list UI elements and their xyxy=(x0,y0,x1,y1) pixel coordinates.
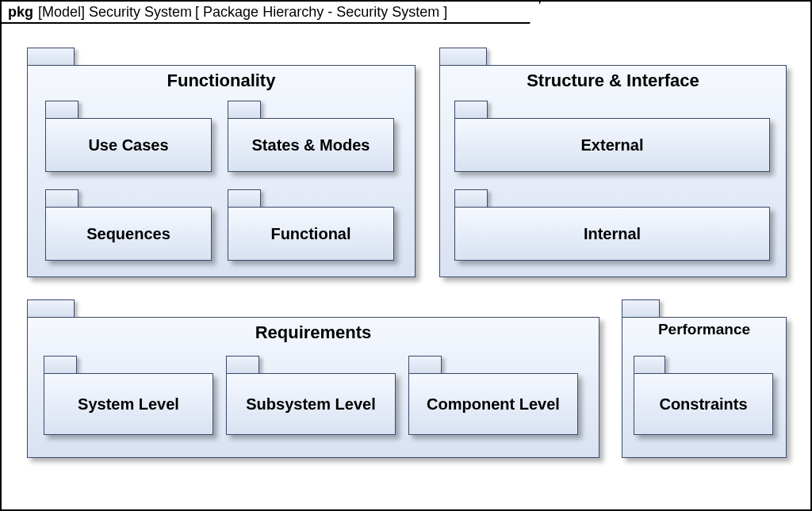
package-body: Requirements System Level Subsystem Leve… xyxy=(27,317,599,458)
package-body: Use Cases xyxy=(45,118,212,172)
package-title: Internal xyxy=(455,225,769,243)
package-sequences: Sequences xyxy=(45,189,212,261)
folder-tab-icon xyxy=(45,189,79,207)
package-internal: Internal xyxy=(454,189,770,261)
package-title: Subsystem Level xyxy=(227,395,395,414)
package-system-level: System Level xyxy=(44,356,213,435)
package-title: Use Cases xyxy=(46,136,211,154)
package-body: Sequences xyxy=(45,207,212,261)
package-body: External xyxy=(454,118,770,172)
folder-tab-icon xyxy=(634,356,665,373)
package-functionality: Functionality Use Cases States & Modes xyxy=(27,48,416,277)
folder-tab-icon xyxy=(454,101,488,118)
package-external: External xyxy=(454,101,770,172)
diagram-frame: pkg [Model] Security System [ Package Hi… xyxy=(0,0,812,511)
package-body: Subsystem Level xyxy=(226,373,396,435)
frame-name: [ Package Hierarchy - Security System ] xyxy=(195,4,447,21)
package-body: Internal xyxy=(454,207,770,261)
frame-context: [Model] Security System xyxy=(38,4,192,21)
folder-tab-icon xyxy=(27,48,75,65)
folder-tab-icon xyxy=(228,189,261,207)
package-body: Functional xyxy=(228,207,394,261)
folder-tab-icon xyxy=(454,189,488,207)
diagram-canvas: Functionality Use Cases States & Modes xyxy=(2,24,810,509)
package-title: Functional xyxy=(228,225,393,243)
package-requirements: Requirements System Level Subsystem Leve… xyxy=(27,299,599,458)
package-body: Component Level xyxy=(408,373,578,435)
frame-keyword: pkg xyxy=(8,4,33,21)
package-body: Performance Constraints xyxy=(622,317,787,458)
package-use-cases: Use Cases xyxy=(45,101,212,172)
folder-tab-icon xyxy=(45,101,79,118)
package-title: Performance xyxy=(622,321,786,338)
package-component-level: Component Level xyxy=(408,356,578,435)
package-performance: Performance Constraints xyxy=(622,299,787,458)
folder-tab-icon xyxy=(27,299,75,317)
package-body: Functionality Use Cases States & Modes xyxy=(27,65,416,277)
package-title: System Level xyxy=(44,395,213,414)
package-title: Requirements xyxy=(28,322,599,343)
package-states-modes: States & Modes xyxy=(228,101,394,172)
package-title: States & Modes xyxy=(228,136,393,154)
folder-tab-icon xyxy=(439,48,487,65)
folder-tab-icon xyxy=(622,299,660,317)
package-title: Sequences xyxy=(46,225,211,243)
folder-tab-icon xyxy=(408,356,442,373)
folder-tab-icon xyxy=(226,356,259,373)
package-title: Functionality xyxy=(28,71,415,91)
package-title: Component Level xyxy=(409,395,577,414)
package-body: Constraints xyxy=(634,373,773,435)
package-structure-interface: Structure & Interface External Internal xyxy=(439,48,787,277)
frame-header: pkg [Model] Security System [ Package Hi… xyxy=(2,2,541,24)
folder-tab-icon xyxy=(44,356,77,373)
package-body: States & Modes xyxy=(228,118,394,172)
package-body: System Level xyxy=(44,373,213,435)
folder-tab-icon xyxy=(228,101,261,118)
package-title: Constraints xyxy=(634,395,772,414)
package-functional: Functional xyxy=(228,189,394,261)
package-title: External xyxy=(455,136,769,154)
package-body: Structure & Interface External Internal xyxy=(439,65,787,277)
package-subsystem-level: Subsystem Level xyxy=(226,356,396,435)
package-title: Structure & Interface xyxy=(440,71,786,91)
package-constraints: Constraints xyxy=(634,356,773,435)
